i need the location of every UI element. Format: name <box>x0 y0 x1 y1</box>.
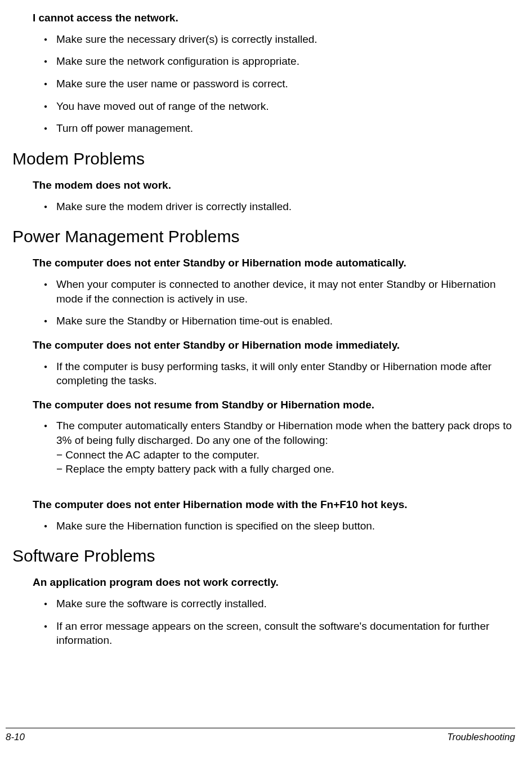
list-item: Make sure the network configuration is a… <box>44 54 515 69</box>
page-number: 8-10 <box>6 732 25 743</box>
bullet-list: If the computer is busy performing tasks… <box>33 359 515 388</box>
problem-title: The modem does not work. <box>33 179 515 193</box>
section-heading: Modem Problems <box>12 149 515 168</box>
list-item: Make sure the Standby or Hibernation tim… <box>44 314 515 328</box>
list-item: Make sure the user name or password is c… <box>44 77 515 91</box>
problem-title: The computer does not enter Standby or H… <box>33 256 515 270</box>
list-item: Turn off power management. <box>44 121 515 136</box>
problem-title: I cannot access the network. <box>33 11 515 25</box>
list-item: When your computer is connected to anoth… <box>44 277 515 306</box>
page-content: I cannot access the network. Make sure t… <box>0 0 532 648</box>
list-item: Make sure the modem driver is correctly … <box>44 199 515 214</box>
list-item: You have moved out of range of the netwo… <box>44 99 515 114</box>
problem-title: The computer does not enter Standby or H… <box>33 339 515 353</box>
list-item: Make sure the Hibernation function is sp… <box>44 519 515 533</box>
problem-title: The computer does not enter Hibernation … <box>33 498 515 512</box>
bullet-list: Make sure the Hibernation function is sp… <box>33 519 515 533</box>
problem-title: An application program does not work cor… <box>33 576 515 590</box>
sub-item: − Replace the empty battery pack with a … <box>56 462 515 477</box>
bullet-list: Make sure the software is correctly inst… <box>33 597 515 648</box>
section-heading: Software Problems <box>12 546 515 566</box>
list-item: Make sure the software is correctly inst… <box>44 597 515 611</box>
list-item: If an error message appears on the scree… <box>44 619 515 648</box>
page-footer: 8-10 Troubleshooting <box>6 728 515 743</box>
list-item: If the computer is busy performing tasks… <box>44 359 515 388</box>
list-item: The computer automatically enters Standb… <box>44 419 515 477</box>
section-heading: Power Management Problems <box>12 227 515 246</box>
bullet-list: Make sure the necessary driver(s) is cor… <box>33 32 515 136</box>
list-item: Make sure the necessary driver(s) is cor… <box>44 32 515 47</box>
bullet-list: The computer automatically enters Standb… <box>33 419 515 477</box>
list-item-text: The computer automatically enters Standb… <box>56 420 512 446</box>
footer-title: Troubleshooting <box>447 732 515 743</box>
bullet-list: When your computer is connected to anoth… <box>33 277 515 328</box>
problem-title: The computer does not resume from Standb… <box>33 398 515 412</box>
bullet-list: Make sure the modem driver is correctly … <box>33 199 515 214</box>
sub-item: − Connect the AC adapter to the computer… <box>56 448 515 462</box>
